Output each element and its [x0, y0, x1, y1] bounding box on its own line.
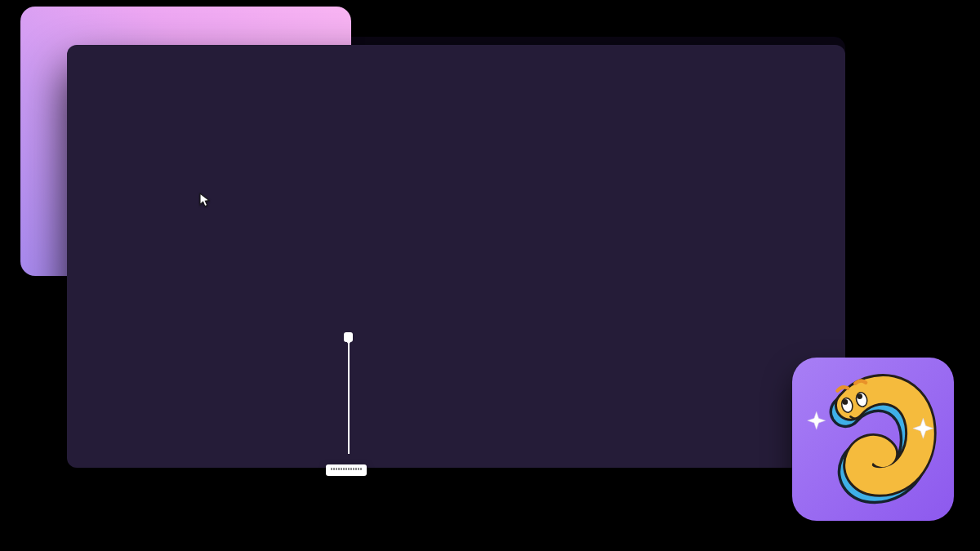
playhead-stem [348, 343, 350, 454]
app-window [67, 45, 845, 468]
mouse-cursor-icon [199, 193, 212, 207]
playhead-time-tooltip [326, 464, 367, 476]
sparkle-icon [808, 411, 826, 429]
screenshot-stage: ↑ ? Aa T [0, 0, 980, 551]
mascot-illustration [792, 358, 954, 521]
playhead[interactable] [344, 332, 353, 342]
clipchamp-mascot-sticker [792, 358, 954, 521]
